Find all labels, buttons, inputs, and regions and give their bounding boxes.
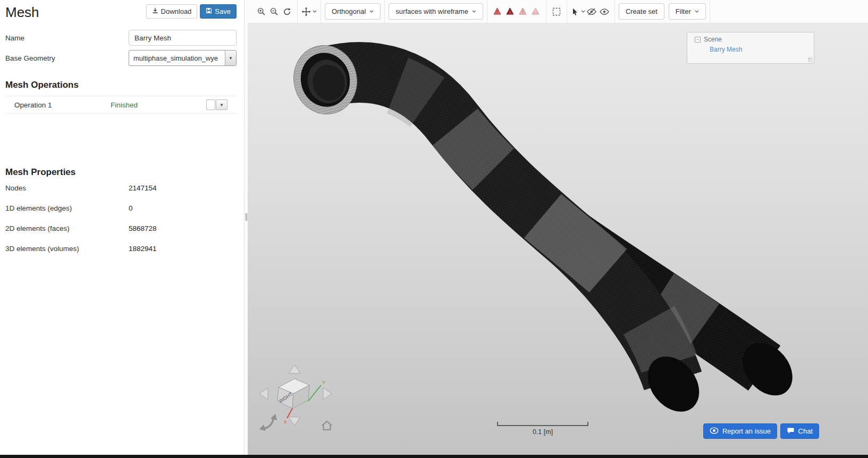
property-value: 1882941 <box>129 245 157 253</box>
property-value: 2147154 <box>129 184 157 193</box>
download-button-label: Download <box>161 7 192 15</box>
splitter-grip-icon <box>246 213 247 221</box>
chat-icon <box>787 427 795 436</box>
report-issue-label: Report an issue <box>722 427 771 435</box>
chevron-down-icon <box>369 10 374 13</box>
base-geometry-label: Base Geometry <box>5 54 129 62</box>
filter-label: Filter <box>676 7 691 15</box>
panel-header: Mesh Download Save <box>0 0 244 20</box>
y-axis-label: Y <box>322 380 325 385</box>
render-mode-dropdown[interactable]: surfaces with wireframe <box>389 3 483 20</box>
mesh-clip-tool-4-icon[interactable] <box>529 5 542 18</box>
pan-tool-button[interactable] <box>301 7 317 16</box>
operation-dropdown-button[interactable]: ▼ <box>216 99 227 110</box>
chevron-down-icon <box>581 10 585 13</box>
property-row: 2D elements (faces) 5868728 <box>5 224 237 233</box>
chevron-down-icon: ▼ <box>225 51 236 65</box>
save-button[interactable]: Save <box>200 4 237 19</box>
save-button-label: Save <box>215 7 231 15</box>
scale-bar-label: 0.1 [m] <box>533 428 553 436</box>
save-icon <box>206 7 212 15</box>
mesh-3d-render[interactable]: RIGHT Y X 0.1 [m] <box>248 23 868 455</box>
x-axis-label: X <box>284 420 287 424</box>
download-button[interactable]: Download <box>146 4 198 19</box>
property-value: 5868728 <box>129 224 157 233</box>
rotate-view-icon[interactable] <box>259 414 277 431</box>
base-geometry-value: multiphase_simulation_wye <box>129 54 225 62</box>
viewport-toolbar: Orthogonal surfaces with wireframe <box>248 0 868 23</box>
property-label: 3D elements (volumes) <box>5 245 129 253</box>
scene-item-label: Barry Mesh <box>710 46 742 53</box>
scene-tree-root[interactable]: − Scene <box>687 32 814 44</box>
chevron-down-icon <box>695 10 699 13</box>
nav-arrow-up[interactable] <box>289 365 300 373</box>
report-issue-icon <box>710 427 719 436</box>
projection-label: Orthogonal <box>332 7 366 15</box>
property-row: 1D elements (edges) 0 <box>5 204 237 213</box>
collapse-icon[interactable]: − <box>695 37 701 43</box>
nav-arrow-right[interactable] <box>323 388 332 399</box>
resize-handle-icon[interactable] <box>808 57 813 62</box>
download-icon <box>152 7 158 15</box>
zoom-out-button[interactable] <box>268 5 281 18</box>
scene-tree-item-barry-mesh[interactable]: Barry Mesh <box>687 44 814 54</box>
chevron-down-icon <box>472 10 476 13</box>
mesh-properties-heading: Mesh Properties <box>5 167 237 178</box>
property-label: 2D elements (faces) <box>5 224 129 233</box>
report-issue-button[interactable]: Report an issue <box>703 423 777 439</box>
mesh-clip-tool-2-icon[interactable] <box>504 5 517 18</box>
scene-root-label: Scene <box>704 36 722 43</box>
property-row: Nodes 2147154 <box>5 184 237 193</box>
scene-tree-panel: − Scene Barry Mesh <box>687 32 814 64</box>
mesh-clip-tool-1-icon[interactable] <box>491 5 504 18</box>
show-selection-button[interactable] <box>598 5 611 18</box>
operation-action-box[interactable] <box>206 99 215 110</box>
home-view-button[interactable] <box>322 421 332 430</box>
viewport-3d[interactable]: Orthogonal surfaces with wireframe <box>248 0 868 455</box>
mesh-properties-list: Nodes 2147154 1D elements (edges) 0 2D e… <box>0 184 244 253</box>
mesh-clip-tool-3-icon[interactable] <box>517 5 529 18</box>
panel-splitter[interactable] <box>244 0 248 455</box>
x-axis-line <box>287 409 292 418</box>
chevron-down-icon <box>313 10 317 13</box>
page-title: Mesh <box>5 4 39 20</box>
property-label: Nodes <box>5 184 129 193</box>
chat-button[interactable]: Chat <box>780 423 819 439</box>
name-input[interactable] <box>129 30 237 46</box>
base-geometry-select[interactable]: multiphase_simulation_wye ▼ <box>129 50 237 66</box>
property-label: 1D elements (edges) <box>5 204 129 213</box>
bottom-edge-bar <box>0 455 868 458</box>
operation-actions: ▼ <box>206 99 227 110</box>
operation-row[interactable]: Operation 1 Finished ▼ <box>5 96 237 114</box>
mesh-settings-panel: Mesh Download Save Name Base Geometry mu… <box>0 0 244 455</box>
chat-label: Chat <box>798 427 813 435</box>
render-mode-label: surfaces with wireframe <box>395 7 468 15</box>
zoom-in-button[interactable] <box>255 5 268 18</box>
create-set-label: Create set <box>626 7 658 15</box>
box-select-tool-button[interactable] <box>550 5 563 18</box>
reset-view-button[interactable] <box>281 5 293 18</box>
nav-arrow-down[interactable] <box>289 417 300 426</box>
property-value: 0 <box>129 204 133 213</box>
pipe-main[interactable] <box>327 72 710 422</box>
select-tool-button[interactable] <box>571 7 585 16</box>
nav-cube[interactable]: RIGHT Y X <box>259 365 332 431</box>
operation-status-badge: Finished <box>111 101 138 109</box>
name-label: Name <box>5 34 129 42</box>
hide-selection-button[interactable] <box>585 5 598 18</box>
create-set-button[interactable]: Create set <box>619 3 664 20</box>
y-axis-line <box>308 385 321 401</box>
operation-label: Operation 1 <box>14 101 111 109</box>
nav-arrow-left[interactable] <box>259 388 268 399</box>
mesh-operations-heading: Mesh Operations <box>5 80 237 90</box>
filter-dropdown[interactable]: Filter <box>669 3 706 20</box>
projection-dropdown[interactable]: Orthogonal <box>325 3 381 20</box>
scale-bar: 0.1 [m] <box>498 422 588 436</box>
property-row: 3D elements (volumes) 1882941 <box>5 245 237 253</box>
